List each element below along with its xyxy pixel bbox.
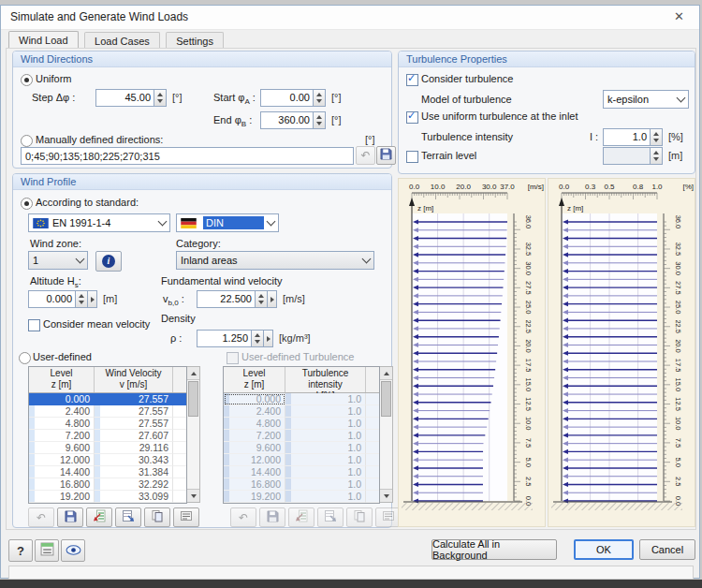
table-cell[interactable]: 12.000: [224, 454, 285, 466]
table-row[interactable]: 9.60029.116: [29, 442, 186, 454]
standard-combo[interactable]: EN 1991-1-4: [28, 213, 170, 232]
spin-down-icon[interactable]: [258, 301, 264, 304]
save-table-button[interactable]: [57, 507, 83, 527]
table-row[interactable]: 7.20027.607: [29, 430, 186, 442]
manual-directions-radio[interactable]: [21, 135, 33, 147]
step-spinner[interactable]: [154, 90, 166, 106]
undo-button[interactable]: ↶: [356, 146, 375, 165]
spin-up-icon[interactable]: [653, 132, 659, 136]
end-value[interactable]: 360.00: [261, 112, 313, 128]
spin-down-icon[interactable]: [653, 157, 659, 161]
end-spinner[interactable]: [313, 112, 325, 128]
close-icon[interactable]: ✕: [670, 8, 688, 24]
table-cell[interactable]: 1.0: [285, 393, 366, 405]
table-cell[interactable]: 1.0: [285, 442, 366, 454]
tab-settings[interactable]: Settings: [166, 32, 224, 49]
rho-field[interactable]: 1.250: [197, 330, 273, 347]
user-defined-turbulence-checkbox[interactable]: [227, 352, 239, 364]
calculate-all-button[interactable]: Calculate All in Background: [431, 539, 557, 560]
table-row[interactable]: 19.2001.0: [224, 491, 379, 503]
start-spinner[interactable]: [313, 90, 325, 106]
altitude-field[interactable]: 0.000: [28, 290, 97, 308]
vb0-value[interactable]: 22.500: [197, 291, 255, 307]
rho-more-button[interactable]: [263, 331, 272, 346]
spin-up-icon[interactable]: [79, 294, 84, 298]
spin-up-icon[interactable]: [316, 115, 322, 119]
table-row[interactable]: 16.8001.0: [224, 478, 379, 491]
scrollbar-thumb[interactable]: [188, 381, 198, 417]
spin-down-icon[interactable]: [316, 99, 322, 103]
scrollbar-thumb[interactable]: [381, 381, 391, 417]
annex-combo[interactable]: DIN: [176, 213, 279, 232]
table-cell[interactable]: 16.800: [29, 478, 95, 491]
table-import-button[interactable]: [115, 507, 141, 527]
table-cell[interactable]: 14.400: [29, 466, 95, 478]
vb0-more-button[interactable]: [267, 291, 276, 307]
uniform-radio[interactable]: [21, 74, 33, 86]
table-row[interactable]: 7.2001.0: [224, 430, 379, 442]
table-import-button[interactable]: [317, 507, 344, 527]
table-row[interactable]: 2.40027.557: [29, 405, 186, 418]
table-row[interactable]: 4.80027.557: [29, 418, 186, 430]
consider-turbulence-checkbox[interactable]: [406, 74, 418, 86]
table-row[interactable]: 12.00030.343: [29, 454, 186, 466]
table-scrollbar[interactable]: [380, 366, 393, 503]
spin-down-icon[interactable]: [255, 340, 260, 344]
table-cell[interactable]: 33.099: [95, 491, 173, 503]
table-cell[interactable]: 2.400: [29, 405, 95, 418]
step-field[interactable]: 45.00: [95, 89, 167, 107]
table-cell[interactable]: 7.200: [29, 430, 95, 442]
table-cell[interactable]: 0.000: [224, 393, 285, 405]
according-to-standard-radio[interactable]: [21, 198, 33, 210]
table-row[interactable]: 9.6001.0: [224, 442, 379, 454]
table-row[interactable]: 0.00027.557: [29, 393, 186, 405]
table-scrollbar[interactable]: [187, 366, 200, 503]
scroll-down-icon[interactable]: [187, 489, 199, 502]
table-row[interactable]: 14.40031.384: [29, 466, 186, 478]
uniform-turbulence-checkbox[interactable]: [406, 111, 418, 124]
edit-table-button[interactable]: [173, 507, 199, 527]
rho-value[interactable]: 1.250: [197, 331, 251, 346]
table-cell[interactable]: 27.557: [95, 393, 173, 405]
vb0-spinner[interactable]: [255, 291, 267, 307]
manual-directions-input[interactable]: [21, 147, 354, 165]
terrain-level-field[interactable]: [603, 147, 663, 165]
turbulence-model-combo[interactable]: k-epsilon: [603, 90, 689, 109]
scroll-down-icon[interactable]: [380, 489, 392, 502]
terrain-level-checkbox[interactable]: [406, 151, 418, 163]
spin-up-icon[interactable]: [316, 93, 322, 96]
table-row[interactable]: 4.8001.0: [224, 418, 379, 430]
spin-up-icon[interactable]: [157, 93, 163, 96]
units-settings-button[interactable]: [35, 539, 59, 562]
table-cell[interactable]: 19.200: [29, 491, 95, 503]
start-field[interactable]: 0.00: [260, 89, 326, 107]
chevron-down-icon[interactable]: [359, 252, 373, 269]
excel-import-button[interactable]: [288, 507, 314, 527]
table-cell[interactable]: 16.800: [224, 478, 285, 491]
spin-down-icon[interactable]: [79, 301, 84, 304]
start-value[interactable]: 0.00: [261, 90, 313, 106]
table-cell[interactable]: 29.116: [95, 442, 173, 454]
cancel-button[interactable]: Cancel: [639, 539, 695, 560]
table-cell[interactable]: 12.000: [29, 454, 95, 466]
table-cell[interactable]: 1.0: [285, 478, 366, 491]
step-value[interactable]: 45.00: [96, 90, 154, 106]
table-cell[interactable]: 1.0: [285, 405, 366, 418]
table-row[interactable]: 14.4001.0: [224, 466, 379, 478]
table-cell[interactable]: 9.600: [29, 442, 95, 454]
altitude-more-button[interactable]: [87, 291, 96, 307]
table-row[interactable]: 16.80032.292: [29, 478, 186, 491]
table-cell[interactable]: 27.557: [95, 418, 173, 430]
undo-button[interactable]: ↶: [230, 507, 256, 527]
table-cell[interactable]: 27.557: [95, 405, 173, 418]
spin-down-icon[interactable]: [653, 139, 659, 142]
table-cell[interactable]: 30.343: [95, 454, 173, 466]
save-directions-button[interactable]: [376, 146, 396, 165]
scroll-up-icon[interactable]: [380, 367, 392, 380]
spin-up-icon[interactable]: [258, 294, 264, 298]
table-cell[interactable]: 1.0: [285, 491, 366, 503]
table-cell[interactable]: 4.800: [224, 418, 285, 430]
category-combo[interactable]: Inland areas: [176, 251, 374, 270]
excel-import-button[interactable]: [86, 507, 112, 527]
undo-button[interactable]: ↶: [28, 507, 54, 527]
